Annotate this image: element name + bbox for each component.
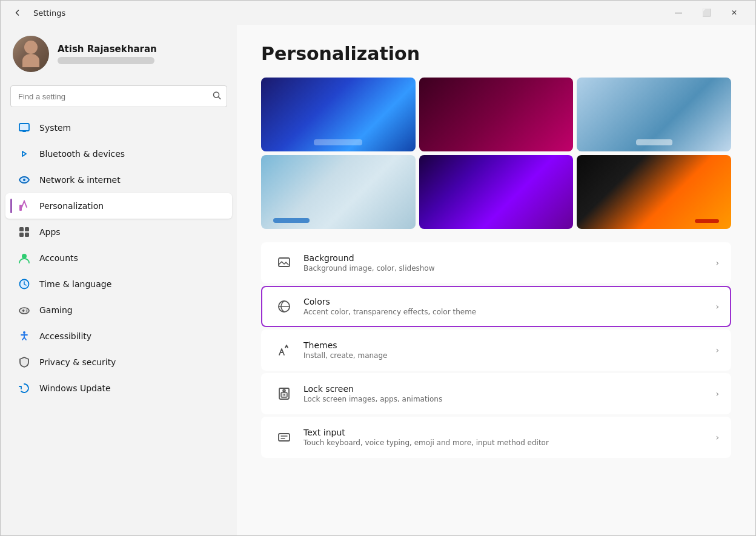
personalization-icon	[18, 199, 31, 213]
textinput-text: Text input Touch keyboard, voice typing,…	[303, 428, 715, 447]
svg-rect-9	[25, 233, 29, 237]
wallpaper-item-2[interactable]	[419, 78, 574, 151]
sidebar-item-update[interactable]: Windows Update	[5, 376, 232, 401]
svg-point-4	[23, 179, 25, 181]
search-input[interactable]	[10, 85, 227, 107]
sidebar-item-system-label: System	[39, 123, 71, 133]
sidebar-item-personalization[interactable]: Personalization	[5, 193, 232, 219]
settings-item-textinput[interactable]: Text input Touch keyboard, voice typing,…	[261, 417, 731, 458]
settings-item-lockscreen[interactable]: Lock screen Lock screen images, apps, an…	[261, 373, 731, 414]
svg-rect-14	[279, 258, 290, 266]
sidebar-item-update-label: Windows Update	[39, 383, 111, 393]
sidebar: Atish Rajasekharan System	[1, 25, 237, 535]
colors-text: Colors Accent color, transparency effect…	[303, 297, 715, 316]
colors-icon	[273, 296, 295, 317]
sidebar-item-time[interactable]: Time & language	[5, 271, 232, 297]
wallpaper-item-1[interactable]	[261, 78, 416, 151]
themes-title: Themes	[303, 340, 715, 350]
window-controls: — ⬜ ✕	[665, 3, 748, 22]
network-icon	[18, 173, 31, 187]
sidebar-item-network[interactable]: Network & internet	[5, 167, 232, 193]
lockscreen-title: Lock screen	[303, 384, 715, 394]
svg-point-13	[23, 331, 25, 334]
sidebar-item-personalization-label: Personalization	[39, 201, 104, 211]
user-name: Atish Rajasekharan	[58, 44, 157, 55]
settings-item-themes[interactable]: Themes Install, create, manage ›	[261, 329, 731, 371]
titlebar: Settings — ⬜ ✕	[1, 1, 755, 25]
sidebar-item-accessibility-label: Accessibility	[39, 331, 91, 341]
sidebar-item-accounts-label: Accounts	[39, 253, 78, 263]
sidebar-item-gaming-label: Gaming	[39, 305, 73, 315]
sidebar-item-privacy-label: Privacy & security	[39, 357, 116, 367]
user-email	[58, 57, 154, 64]
svg-rect-7	[25, 227, 29, 231]
user-profile[interactable]: Atish Rajasekharan	[1, 25, 237, 83]
search-box	[10, 85, 227, 107]
sidebar-item-privacy[interactable]: Privacy & security	[5, 349, 232, 375]
search-icon	[213, 91, 221, 102]
textinput-desc: Touch keyboard, voice typing, emoji and …	[303, 438, 715, 447]
themes-desc: Install, create, manage	[303, 351, 715, 360]
background-text: Background Background image, color, slid…	[303, 253, 715, 273]
sidebar-item-apps-label: Apps	[39, 227, 61, 237]
svg-rect-8	[19, 233, 24, 237]
minimize-button[interactable]: —	[665, 3, 692, 22]
window-title: Settings	[33, 8, 65, 18]
update-icon	[18, 382, 31, 395]
back-button[interactable]	[8, 3, 27, 22]
svg-rect-3	[22, 131, 26, 132]
avatar	[13, 36, 49, 72]
svg-rect-6	[19, 227, 24, 231]
sidebar-item-system[interactable]: System	[5, 115, 232, 141]
colors-desc: Accent color, transparency effects, colo…	[303, 308, 715, 316]
sidebar-item-accessibility[interactable]: Accessibility	[5, 323, 232, 349]
time-icon	[18, 277, 31, 291]
svg-line-1	[219, 97, 221, 99]
lockscreen-desc: Lock screen images, apps, animations	[303, 395, 715, 403]
sidebar-item-gaming[interactable]: Gaming	[5, 297, 232, 323]
background-chevron: ›	[715, 258, 719, 268]
sidebar-item-accounts[interactable]: Accounts	[5, 245, 232, 271]
maximize-button[interactable]: ⬜	[692, 3, 720, 22]
svg-point-19	[284, 394, 285, 395]
settings-item-colors[interactable]: Colors Accent color, transparency effect…	[261, 286, 731, 327]
sidebar-item-network-label: Network & internet	[39, 175, 121, 185]
wallpaper-item-5[interactable]	[419, 155, 574, 229]
wallpaper-item-4[interactable]	[261, 155, 416, 229]
svg-point-10	[22, 254, 27, 259]
page-title: Personalization	[261, 43, 731, 64]
textinput-title: Text input	[303, 428, 715, 437]
system-icon	[18, 121, 31, 134]
main-panel: Personalization Background	[237, 25, 755, 535]
background-desc: Background image, color, slideshow	[303, 264, 715, 273]
themes-text: Themes Install, create, manage	[303, 340, 715, 360]
gaming-icon	[18, 303, 31, 317]
nav-list: System Bluetooth & devices Network & int…	[1, 114, 237, 402]
lockscreen-chevron: ›	[715, 389, 719, 399]
wallpaper-item-3[interactable]	[577, 78, 731, 151]
bluetooth-icon	[18, 147, 31, 160]
background-title: Background	[303, 253, 715, 263]
sidebar-item-apps[interactable]: Apps	[5, 219, 232, 245]
sidebar-item-bluetooth-label: Bluetooth & devices	[39, 149, 125, 159]
accounts-icon	[18, 251, 31, 265]
background-icon	[273, 252, 295, 274]
sidebar-item-bluetooth[interactable]: Bluetooth & devices	[5, 141, 232, 167]
apps-icon	[18, 225, 31, 239]
lockscreen-text: Lock screen Lock screen images, apps, an…	[303, 384, 715, 403]
colors-title: Colors	[303, 297, 715, 306]
lockscreen-icon	[273, 383, 295, 405]
svg-rect-5	[19, 205, 22, 211]
wallpaper-item-6[interactable]	[577, 155, 731, 229]
svg-rect-2	[19, 124, 29, 131]
svg-rect-20	[279, 434, 290, 441]
settings-window: Settings — ⬜ ✕ Atish Rajasekharan	[0, 0, 756, 536]
themes-chevron: ›	[715, 345, 719, 355]
settings-item-background[interactable]: Background Background image, color, slid…	[261, 242, 731, 283]
close-button[interactable]: ✕	[720, 3, 748, 22]
main-content: Atish Rajasekharan System	[1, 25, 755, 535]
sidebar-item-time-label: Time & language	[39, 279, 111, 289]
titlebar-left: Settings	[8, 3, 65, 22]
themes-icon	[273, 339, 295, 361]
accessibility-icon	[18, 329, 31, 343]
